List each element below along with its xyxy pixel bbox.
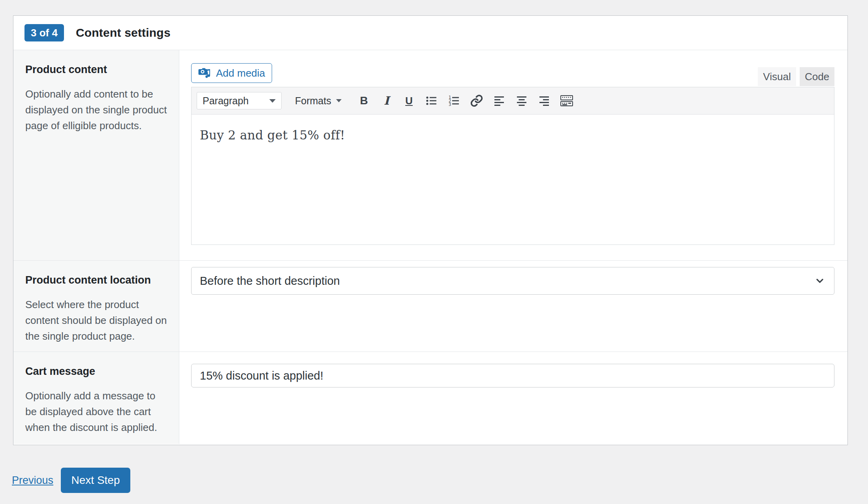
keyboard-icon [560,94,574,107]
cart-message-description: Optionally add a message to be displayed… [25,388,168,435]
editor-mode-tabs: Visual Code [758,67,834,86]
insert-link-button[interactable] [468,92,485,109]
formats-dropdown[interactable]: Formats [292,95,345,107]
content-location-label-cell: Product content location Select where th… [13,261,179,352]
editor-text: Buy 2 and get 15% off! [200,128,825,142]
align-left-button[interactable] [491,92,507,109]
media-icon [198,67,212,79]
cart-message-label-cell: Cart message Optionally add a message to… [13,352,179,444]
bulleted-list-icon [425,94,438,107]
tab-code[interactable]: Code [800,67,834,86]
page-title: Content settings [76,26,171,39]
underline-button[interactable]: U [401,92,417,109]
paragraph-style-dropdown[interactable]: Paragraph [197,92,282,109]
panel-header: 3 of 4 Content settings [13,16,847,50]
next-step-button[interactable]: Next Step [61,468,130,493]
cart-message-input[interactable] [191,364,834,387]
paragraph-style-value: Paragraph [203,95,249,107]
content-location-field-cell: Before the short description [179,261,847,352]
align-center-button[interactable] [513,92,530,109]
previous-link[interactable]: Previous [12,474,53,487]
formats-label: Formats [295,95,331,107]
product-content-label: Product content [25,64,168,76]
bold-button[interactable]: B [356,92,372,109]
align-left-icon [493,94,505,107]
editor-toolbar: Paragraph Formats B I [192,87,834,115]
content-location-select[interactable]: Before the short description [191,267,834,295]
italic-button[interactable]: I [378,92,395,109]
align-right-button[interactable] [536,92,552,109]
wizard-footer: Previous Next Step [12,468,130,493]
step-badge: 3 of 4 [24,24,64,41]
toolbar-buttons: B I U [356,92,581,109]
align-center-icon [515,94,528,107]
editor-content-area[interactable]: Buy 2 and get 15% off! [192,115,834,245]
product-content-row: Product content Optionally add content t… [13,50,847,260]
product-content-label-cell: Product content Optionally add content t… [13,50,179,260]
numbered-list-button[interactable]: 1 2 3 [446,92,462,109]
content-settings-panel: 3 of 4 Content settings Product content … [13,15,848,445]
product-content-description: Optionally add content to be displayed o… [25,86,168,134]
content-location-row: Product content location Select where th… [13,260,847,352]
toolbar-toggle-button[interactable] [558,92,575,109]
link-icon [470,94,483,107]
underline-icon: U [405,95,413,107]
chevron-down-icon [814,275,825,286]
add-media-button[interactable]: Add media [191,63,272,83]
cart-message-field-cell [179,352,847,444]
bold-icon: B [360,94,368,107]
bulleted-list-button[interactable] [423,92,440,109]
align-right-icon [538,94,550,107]
tab-visual[interactable]: Visual [758,67,796,86]
content-location-description: Select where the product content should … [25,297,168,344]
content-location-label: Product content location [25,274,168,286]
chevron-down-icon [269,99,276,103]
content-location-selected-value: Before the short description [200,275,340,288]
cart-message-row: Cart message Optionally add a message to… [13,352,847,444]
italic-icon: I [384,94,389,107]
product-content-editor-cell: Add media Visual Code Paragraph Formats [179,50,847,260]
numbered-list-icon: 1 2 3 [448,94,460,107]
add-media-label: Add media [216,67,265,79]
chevron-down-icon [336,99,342,102]
cart-message-label: Cart message [25,365,168,378]
rich-text-editor: Paragraph Formats B I [191,87,834,245]
svg-text:3: 3 [449,102,451,107]
